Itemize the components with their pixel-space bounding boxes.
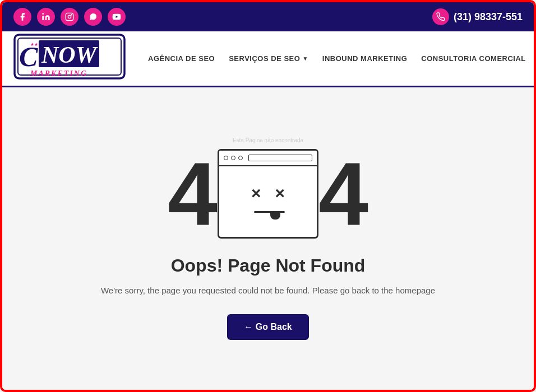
top-bar: (31) 98337-551 bbox=[2, 2, 534, 31]
whatsapp-icon[interactable] bbox=[84, 8, 102, 26]
nav-item-agencia[interactable]: AGÊNCIA DE SEO bbox=[148, 54, 215, 63]
browser-url-bar bbox=[248, 155, 312, 161]
go-back-button[interactable]: ← Go Back bbox=[227, 314, 308, 340]
logo-svg: ★★★★★ C NOW MARKETING bbox=[13, 34, 126, 81]
oops-description: We're sorry, the page you requested coul… bbox=[101, 284, 435, 297]
instagram-icon[interactable] bbox=[61, 8, 78, 26]
phone-number: (31) 98337-551 bbox=[454, 11, 523, 23]
error-browser-illustration: × × bbox=[218, 149, 318, 239]
facebook-icon[interactable] bbox=[13, 8, 31, 26]
social-icons-group bbox=[13, 8, 126, 26]
nav-item-consultoria[interactable]: CONSULTORIA COMERCIAL bbox=[421, 54, 525, 63]
svg-point-2 bbox=[68, 15, 71, 18]
browser-dot-3 bbox=[238, 156, 243, 160]
browser-dot-1 bbox=[224, 156, 228, 160]
svg-text:C: C bbox=[19, 41, 38, 72]
error-404-display: 4 × × bbox=[168, 149, 368, 239]
nav-bar: ★★★★★ C NOW MARKETING AGÊNCIA DE SEO SER… bbox=[2, 31, 534, 87]
eye-left: × bbox=[251, 184, 261, 203]
small-description-text: Esta Página não encontrada bbox=[233, 137, 303, 143]
face-mouth bbox=[251, 211, 285, 220]
phone-icon bbox=[432, 8, 449, 25]
youtube-icon[interactable] bbox=[108, 8, 126, 26]
eye-right: × bbox=[275, 184, 285, 203]
oops-title: Oops! Page Not Found bbox=[171, 255, 366, 276]
browser-dot-2 bbox=[231, 156, 235, 160]
linkedin-icon[interactable] bbox=[37, 8, 55, 26]
browser-body: × × bbox=[219, 166, 317, 237]
nav-menu: AGÊNCIA DE SEO SERVIÇOS DE SEO ▼ INBOUND… bbox=[148, 54, 526, 63]
number-4-right: 4 bbox=[318, 149, 368, 239]
logo-area[interactable]: ★★★★★ C NOW MARKETING bbox=[13, 34, 126, 83]
tongue bbox=[270, 213, 280, 220]
svg-text:NOW: NOW bbox=[41, 42, 98, 68]
chevron-down-icon: ▼ bbox=[302, 55, 308, 62]
face-eyes: × × bbox=[251, 184, 285, 203]
svg-rect-1 bbox=[66, 13, 73, 20]
svg-text:MARKETING: MARKETING bbox=[30, 69, 87, 78]
browser-titlebar bbox=[219, 151, 317, 166]
nav-item-inbound[interactable]: INBOUND MARKETING bbox=[322, 54, 408, 63]
nav-item-servicos[interactable]: SERVIÇOS DE SEO ▼ bbox=[229, 54, 308, 63]
number-4-left: 4 bbox=[168, 149, 218, 239]
browser-frame: (31) 98337-551 ★★★★★ C NOW MARKETING bbox=[0, 0, 536, 392]
svg-point-0 bbox=[42, 13, 44, 15]
svg-point-3 bbox=[71, 15, 72, 15]
main-content: Esta Página não encontrada 4 × × bbox=[2, 87, 534, 390]
phone-area: (31) 98337-551 bbox=[432, 8, 523, 25]
